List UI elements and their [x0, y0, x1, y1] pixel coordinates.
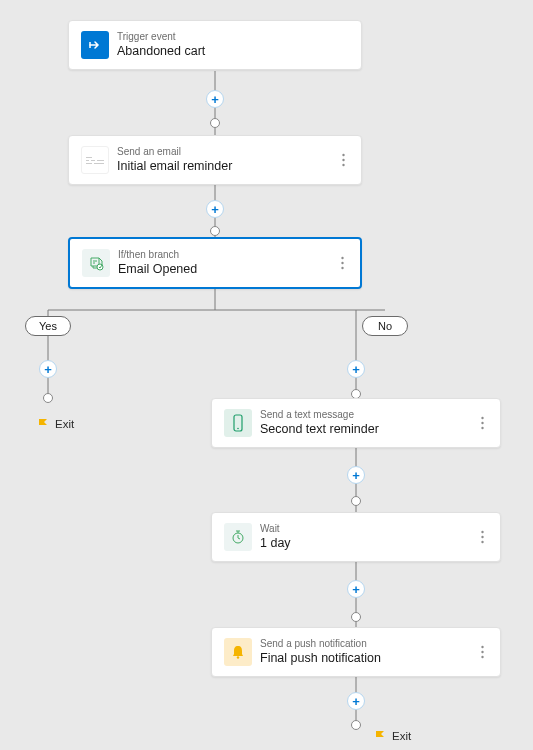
sms-card-menu[interactable] — [472, 413, 492, 433]
svg-rect-15 — [86, 157, 92, 158]
trigger-arrow-icon — [81, 31, 109, 59]
svg-point-27 — [481, 427, 483, 429]
sms-title: Second text reminder — [260, 422, 379, 438]
svg-point-17 — [342, 159, 344, 161]
sms-kicker: Send a text message — [260, 409, 379, 422]
svg-point-36 — [481, 651, 483, 653]
bell-icon — [224, 638, 252, 666]
connector-dot — [210, 118, 220, 128]
svg-point-16 — [342, 154, 344, 156]
svg-rect-14 — [97, 160, 104, 161]
svg-point-18 — [342, 164, 344, 166]
connector-dot — [351, 612, 361, 622]
branch-no-pill[interactable]: No — [362, 316, 408, 336]
svg-rect-11 — [94, 163, 104, 164]
add-node-button[interactable]: + — [206, 90, 224, 108]
branch-yes-pill[interactable]: Yes — [25, 316, 71, 336]
connector-dot — [210, 226, 220, 236]
svg-point-32 — [481, 536, 483, 538]
svg-point-35 — [481, 646, 483, 648]
push-title: Final push notification — [260, 651, 381, 667]
svg-point-22 — [341, 267, 343, 269]
exit-yes: Exit — [37, 418, 74, 430]
wait-kicker: Wait — [260, 523, 291, 536]
branch-card[interactable]: If/then branch Email Opened — [68, 237, 362, 289]
trigger-card[interactable]: Trigger event Abandoned cart — [68, 20, 362, 70]
svg-point-21 — [341, 262, 343, 264]
exit-no-label: Exit — [392, 730, 411, 742]
add-node-button[interactable]: + — [347, 466, 365, 484]
svg-point-37 — [481, 656, 483, 658]
branch-kicker: If/then branch — [118, 249, 197, 262]
svg-point-33 — [481, 541, 483, 543]
branch-no-label: No — [378, 320, 392, 332]
svg-point-31 — [481, 531, 483, 533]
trigger-title: Abandoned cart — [117, 44, 205, 60]
connector-dot — [43, 393, 53, 403]
phone-icon — [224, 409, 252, 437]
branch-card-menu[interactable] — [332, 253, 352, 273]
email-placeholder-icon — [81, 146, 109, 174]
add-node-button[interactable]: + — [347, 360, 365, 378]
add-node-button[interactable]: + — [347, 692, 365, 710]
email-title: Initial email reminder — [117, 159, 232, 175]
timer-icon — [224, 523, 252, 551]
exit-no: Exit — [374, 730, 411, 742]
add-node-button[interactable]: + — [206, 200, 224, 218]
svg-point-19 — [97, 264, 103, 270]
flag-icon — [37, 418, 49, 430]
push-kicker: Send a push notification — [260, 638, 381, 651]
svg-point-25 — [481, 417, 483, 419]
push-card[interactable]: Send a push notification Final push noti… — [211, 627, 501, 677]
trigger-kicker: Trigger event — [117, 31, 205, 44]
push-card-menu[interactable] — [472, 642, 492, 662]
add-node-button[interactable]: + — [347, 580, 365, 598]
svg-rect-13 — [91, 160, 95, 161]
branch-icon — [82, 249, 110, 277]
wait-card-menu[interactable] — [472, 527, 492, 547]
email-card[interactable]: Send an email Initial email reminder — [68, 135, 362, 185]
svg-rect-12 — [86, 160, 89, 161]
branch-title: Email Opened — [118, 262, 197, 278]
sms-card[interactable]: Send a text message Second text reminder — [211, 398, 501, 448]
svg-point-20 — [341, 257, 343, 259]
email-kicker: Send an email — [117, 146, 232, 159]
flag-icon — [374, 730, 386, 742]
wait-title: 1 day — [260, 536, 291, 552]
connector-dot — [351, 720, 361, 730]
svg-point-34 — [237, 656, 239, 658]
email-card-menu[interactable] — [333, 150, 353, 170]
branch-yes-label: Yes — [39, 320, 57, 332]
svg-point-26 — [481, 422, 483, 424]
add-node-button[interactable]: + — [39, 360, 57, 378]
svg-rect-10 — [86, 163, 92, 164]
connector-dot — [351, 496, 361, 506]
exit-yes-label: Exit — [55, 418, 74, 430]
svg-point-24 — [237, 428, 239, 430]
wait-card[interactable]: Wait 1 day — [211, 512, 501, 562]
